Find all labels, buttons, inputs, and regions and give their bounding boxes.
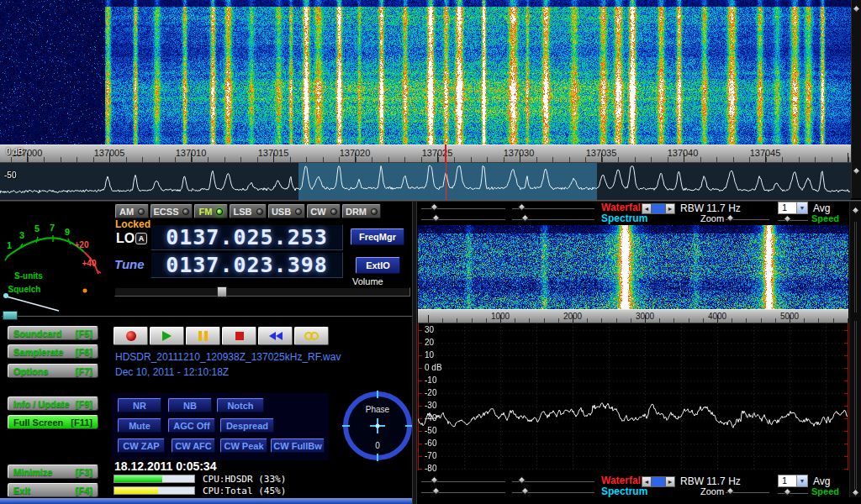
nb-button[interactable]: NB (168, 398, 212, 412)
cw-peak-button[interactable]: CW Peak (220, 438, 267, 453)
mode-button-usb[interactable]: USB (268, 204, 305, 218)
cw-zap-button[interactable]: CW ZAP (118, 438, 165, 453)
speed-slider-track[interactable] (778, 218, 808, 221)
af-top-controls: Waterfall Spectrum ◄ ► RBW 11.7 Hz Zoom … (418, 202, 861, 224)
squelch-slider-track[interactable] (2, 314, 412, 317)
rf-waterfall-display[interactable] (0, 0, 851, 144)
waterfall-contrast-thumb[interactable] (518, 203, 526, 212)
waterfall-brightness-thumb[interactable] (430, 203, 439, 212)
rf-right-rail[interactable] (851, 0, 861, 198)
dropdown-arrow-icon[interactable]: ▼ (796, 475, 807, 486)
zoom-scrollbar[interactable]: ◄ ► (642, 203, 675, 214)
speed-slider-track[interactable] (778, 491, 808, 494)
af-frequency-scale[interactable]: 1000 2000 3000 4000 5000 (418, 309, 848, 323)
af-db-label: 30 (425, 325, 434, 334)
af-right-rail[interactable] (849, 202, 861, 497)
speed-slider-thumb[interactable] (784, 488, 792, 496)
minimize-button[interactable]: Minimize [F3] (8, 465, 98, 479)
spectrum-brightness-thumb[interactable] (432, 487, 441, 496)
loop-button[interactable] (294, 327, 329, 345)
smeter-scale-label: 1 (7, 240, 12, 250)
spectrum-label: Spectrum (601, 213, 647, 224)
af-db-label: -70 (425, 451, 436, 460)
waterfall-contrast-thumb[interactable] (518, 476, 526, 485)
cw-afc-button[interactable]: CW AFC (172, 438, 215, 453)
freq-scale-label: 137035 (586, 148, 617, 158)
spectrum-contrast-thumb[interactable] (521, 214, 530, 223)
mode-label: CW (310, 207, 325, 217)
rf-frequency-scale[interactable]: 137000 137005 137010 137015 137020 13702… (0, 144, 851, 163)
panel-splitter[interactable] (412, 202, 417, 504)
volume-slider-track[interactable] (114, 287, 410, 297)
af-db-label: -40 (425, 413, 436, 423)
play-button[interactable] (150, 327, 184, 345)
rf-db-top-label: 0 dB (6, 147, 24, 156)
record-button[interactable] (114, 327, 148, 345)
speed-slider-thumb[interactable] (784, 215, 792, 223)
smeter-scale-label: 7 (50, 223, 55, 233)
mute-button[interactable]: Mute (118, 418, 161, 433)
spectrum-brightness-thumb[interactable] (432, 214, 441, 223)
mode-led-icon (295, 208, 302, 215)
zoom-left-arrow-icon[interactable]: ◄ (642, 476, 652, 487)
waterfall-brightness-thumb[interactable] (430, 476, 439, 485)
smeter-needle (3, 296, 59, 311)
zoom-right-arrow-icon[interactable]: ► (665, 476, 675, 487)
button-label: Soundcard (13, 328, 61, 339)
af-db-label: -60 (425, 438, 436, 448)
despread-button[interactable]: Despread (220, 418, 274, 433)
mode-button-cw[interactable]: CW (307, 204, 341, 218)
rf-waterfall-scrollbar-thumb[interactable] (853, 5, 861, 13)
avg-dropdown[interactable]: 1 ▼ (778, 475, 808, 487)
af-freq-label: 2000 (563, 312, 582, 321)
af-waterfall-display[interactable] (418, 225, 848, 309)
af-waterfall-scrollbar-thumb[interactable] (852, 207, 860, 215)
zoom-scrollbar[interactable]: ◄ ► (642, 476, 675, 487)
freq-scale-label: 137030 (504, 148, 535, 158)
rf-spectrum-scrollbar-thumb[interactable] (853, 167, 861, 176)
avg-dropdown[interactable]: 1 ▼ (778, 202, 808, 214)
phase-indicator: Phase 0 (340, 386, 415, 465)
cw-fullbw-button[interactable]: CW FullBw (271, 438, 325, 453)
squelch-slider-thumb[interactable] (3, 311, 18, 320)
agc-button[interactable]: AGC Off (168, 418, 215, 433)
lo-label: LO (116, 231, 135, 246)
af-db-label: -20 (425, 388, 436, 397)
zoom-scrollbar-thumb[interactable] (652, 476, 665, 487)
mode-button-fm[interactable]: FM (194, 204, 228, 218)
rf-spectrum-display[interactable] (0, 163, 851, 200)
soundcard-button[interactable]: Soundcard [F5] (8, 326, 98, 340)
zoom-right-arrow-icon[interactable]: ► (665, 203, 675, 214)
mode-button-lsb[interactable]: LSB (230, 204, 267, 218)
pause-button[interactable] (186, 327, 220, 345)
volume-slider-thumb[interactable] (217, 286, 227, 297)
nr-button[interactable]: NR (118, 398, 161, 412)
tune-frequency-display[interactable]: 0137.023.398 (151, 252, 343, 278)
zoom-label: Zoom (700, 213, 724, 223)
lo-frequency-display[interactable]: 0137.025.253 (151, 224, 343, 250)
tune-cursor (445, 144, 446, 163)
fullscreen-button[interactable]: Full Screen [F11] (8, 415, 98, 429)
samplerate-button[interactable]: Samplerate [F6] (8, 344, 98, 359)
dropdown-arrow-icon[interactable]: ▼ (796, 202, 807, 213)
zoom-scrollbar-thumb[interactable] (652, 203, 665, 214)
zoom-slider-thumb[interactable] (726, 214, 735, 223)
exit-button[interactable]: Exit [F4] (8, 483, 98, 497)
stop-button[interactable] (222, 327, 256, 345)
waterfall-label: Waterfall (601, 202, 643, 213)
mode-button-am[interactable]: AM (115, 204, 149, 218)
rewind-button[interactable] (258, 327, 293, 345)
af-spectrum-display[interactable] (418, 323, 848, 470)
options-button[interactable]: Options [F7] (8, 364, 98, 378)
spectrum-contrast-thumb[interactable] (521, 487, 530, 496)
info-update-button[interactable]: Info / Update [F9] (8, 396, 98, 411)
zoom-slider-thumb[interactable] (726, 487, 735, 496)
mode-button-drm[interactable]: DRM (342, 204, 381, 218)
notch-button[interactable]: Notch (217, 398, 264, 412)
vfo-a-badge[interactable]: A (135, 233, 147, 244)
zoom-left-arrow-icon[interactable]: ◄ (642, 203, 652, 214)
extio-button[interactable]: ExtIO (356, 257, 400, 274)
mode-button-ecss[interactable]: ECSS (151, 204, 193, 218)
freqmgr-button[interactable]: FreqMgr (351, 228, 404, 245)
playback-progress-bar[interactable] (0, 498, 412, 504)
